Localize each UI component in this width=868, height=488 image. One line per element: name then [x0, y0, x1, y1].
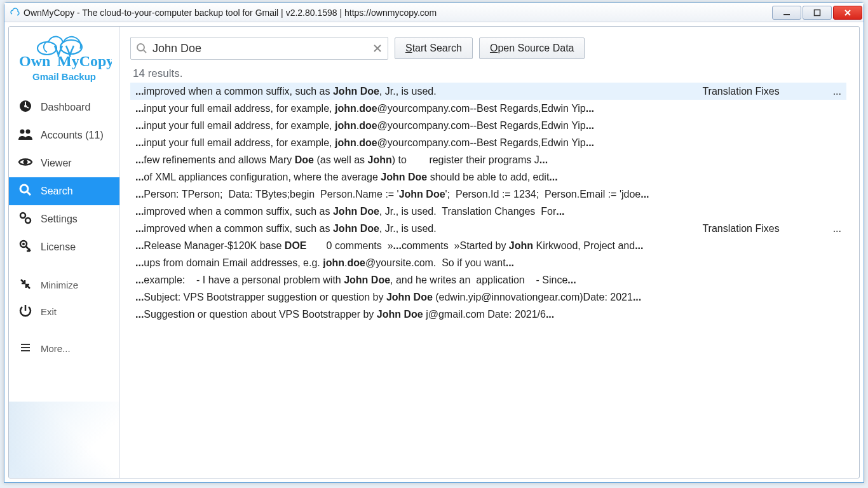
sidebar-item-label: More... — [41, 343, 71, 354]
result-category: Translation Fixes — [702, 86, 817, 97]
result-snippet: ...Release Manager-$120K base DOE 0 comm… — [135, 240, 644, 252]
result-row[interactable]: ...input your full email address, for ex… — [130, 100, 846, 117]
app-icon — [10, 8, 20, 18]
result-snippet: ...Subject: VPS Bootstrapper suggestion … — [135, 292, 641, 303]
main-panel: Start Search Open Source Data 14 results… — [120, 27, 859, 478]
window-title: OwnMyCopy - The cloud-to-your-computer b… — [24, 8, 771, 18]
exit-icon — [18, 304, 33, 320]
result-row[interactable]: ...few refinements and allows Mary Doe (… — [130, 151, 846, 168]
result-ellipsis: ... — [833, 223, 841, 234]
svg-rect-1 — [815, 10, 820, 15]
result-row[interactable]: ...Release Manager-$120K base DOE 0 comm… — [130, 237, 846, 254]
sidebar: Own MyCopy Gmail Backup DashboardAccount… — [9, 27, 120, 478]
result-row[interactable]: ...input your full email address, for ex… — [130, 134, 846, 151]
svg-text:MyCopy: MyCopy — [57, 53, 112, 69]
search-row: Start Search Open Source Data — [130, 37, 846, 60]
result-ellipsis: ... — [833, 86, 841, 97]
result-snippet: ...improved when a common suffix, such a… — [135, 223, 437, 234]
sidebar-item-label: Viewer — [41, 158, 72, 169]
sidebar-item-more[interactable]: More... — [9, 335, 119, 362]
sidebar-item-settings[interactable]: Settings — [9, 205, 119, 233]
minimize-icon — [18, 278, 33, 292]
svg-point-11 — [20, 185, 28, 193]
sidebar-item-minimize[interactable]: Minimize — [9, 271, 119, 298]
result-row[interactable]: ...improved when a common suffix, such a… — [130, 203, 846, 220]
minimize-window-button[interactable] — [772, 6, 801, 20]
result-row[interactable]: ...Subject: VPS Bootstrapper suggestion … — [130, 288, 846, 306]
accounts-icon — [18, 127, 33, 144]
sidebar-item-exit[interactable]: Exit — [9, 298, 119, 325]
result-snippet: ...Person: TPerson; Data: TBytes;begin P… — [135, 189, 649, 200]
result-snippet: ...of XML appliances configuration, wher… — [135, 172, 558, 183]
sidebar-item-search[interactable]: Search — [9, 177, 119, 205]
result-snippet: ...Suggestion or question about VPS Boot… — [135, 309, 554, 320]
search-input[interactable] — [153, 42, 367, 55]
open-source-data-button[interactable]: Open Source Data — [479, 37, 585, 59]
maximize-window-button[interactable] — [803, 6, 832, 20]
logo-subtitle: Gmail Backup — [9, 71, 119, 82]
search-box — [130, 37, 388, 60]
result-row[interactable]: ...Suggestion or question about VPS Boot… — [130, 306, 846, 323]
license-icon — [18, 239, 33, 255]
result-row[interactable]: ...improved when a common suffix, such a… — [130, 83, 846, 100]
svg-text:Own: Own — [19, 53, 50, 69]
svg-point-13 — [25, 218, 31, 223]
sidebar-item-label: License — [41, 241, 76, 253]
sidebar-item-label: Dashboard — [41, 102, 90, 113]
svg-point-10 — [24, 160, 28, 165]
result-snippet: ...input your full email address, for ex… — [135, 120, 594, 132]
svg-point-16 — [137, 44, 144, 51]
sidebar-item-label: Settings — [41, 214, 78, 225]
sidebar-item-dashboard[interactable]: Dashboard — [9, 93, 119, 121]
result-row[interactable]: ...input your full email address, for ex… — [130, 117, 846, 134]
result-snippet: ...improved when a common suffix, such a… — [135, 206, 565, 217]
svg-point-15 — [22, 243, 25, 245]
title-bar: OwnMyCopy - The cloud-to-your-computer b… — [4, 3, 864, 22]
window-buttons — [771, 6, 862, 20]
result-row[interactable]: ...of XML appliances configuration, wher… — [130, 168, 846, 186]
menu-icon — [18, 341, 33, 356]
result-row[interactable]: ...example: - I have a personal problem … — [130, 271, 846, 288]
result-snippet: ...input your full email address, for ex… — [135, 103, 594, 114]
viewer-icon — [18, 155, 33, 172]
svg-rect-0 — [783, 14, 790, 15]
search-icon — [18, 183, 33, 200]
close-window-button[interactable] — [833, 6, 862, 20]
result-row[interactable]: ...improved when a common suffix, such a… — [130, 220, 846, 237]
result-snippet: ...few refinements and allows Mary Doe (… — [135, 154, 548, 166]
content-area: Own MyCopy Gmail Backup DashboardAccount… — [8, 26, 860, 478]
sidebar-item-label: Exit — [41, 306, 57, 317]
svg-point-12 — [20, 213, 25, 218]
sidebar-item-label: Accounts (11) — [41, 130, 104, 141]
result-row[interactable]: ...ups from domain Email addresses, e.g.… — [130, 254, 846, 271]
sidebar-item-label: Search — [41, 186, 73, 197]
app-logo: Own MyCopy — [9, 30, 119, 71]
sidebar-item-license[interactable]: License — [9, 233, 119, 261]
result-category: Translation Fixes — [702, 223, 817, 234]
dashboard-icon — [18, 99, 33, 116]
result-snippet: ...improved when a common suffix, such a… — [135, 86, 437, 97]
clear-search-icon[interactable] — [372, 43, 383, 53]
sidebar-item-accounts[interactable]: Accounts (11) — [9, 121, 119, 149]
sidebar-item-viewer[interactable]: Viewer — [9, 149, 119, 177]
app-window: OwnMyCopy - The cloud-to-your-computer b… — [4, 3, 864, 483]
start-search-button[interactable]: Start Search — [395, 37, 473, 59]
sidebar-item-label: Minimize — [41, 280, 78, 290]
results-count: 14 results. — [133, 67, 846, 80]
result-row[interactable]: ...Person: TPerson; Data: TBytes;begin P… — [130, 186, 846, 203]
results-list: ...improved when a common suffix, such a… — [130, 83, 846, 478]
result-snippet: ...ups from domain Email addresses, e.g.… — [135, 257, 514, 269]
svg-point-9 — [26, 130, 31, 134]
result-snippet: ...input your full email address, for ex… — [135, 137, 594, 149]
result-snippet: ...example: - I have a personal problem … — [135, 274, 576, 286]
svg-point-8 — [20, 130, 25, 134]
svg-point-7 — [24, 105, 27, 107]
settings-icon — [18, 211, 33, 227]
search-icon — [136, 43, 147, 54]
